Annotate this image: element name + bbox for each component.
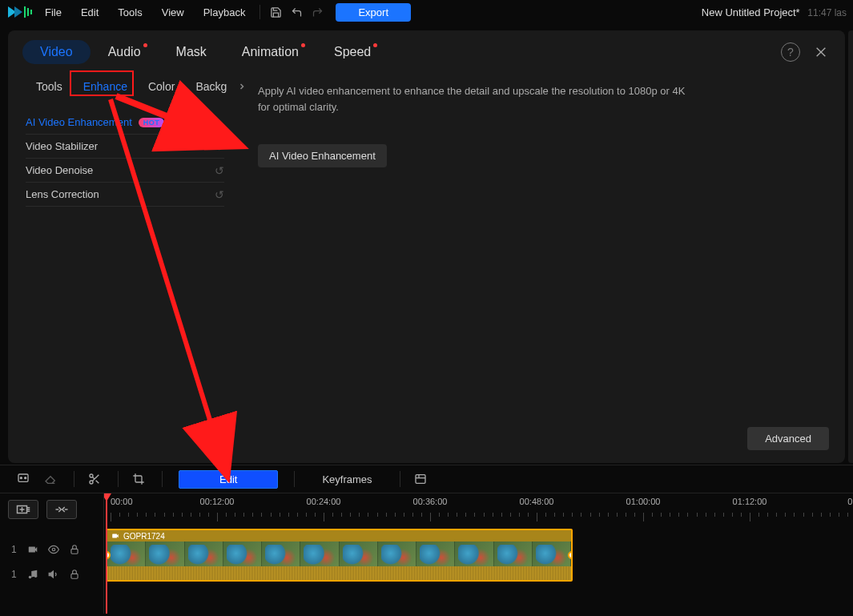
sub-tabs: Tools Enhance Color Backg [8,70,234,99]
camera-icon[interactable] [26,544,40,555]
enhance-stabilizer[interactable]: Video Stabilizer ↺ [26,135,224,159]
undo-icon[interactable] [286,2,307,22]
tab-video[interactable]: Video [22,40,91,64]
eye-icon[interactable] [46,544,61,555]
divider [162,471,163,487]
track-number: 1 [11,569,19,580]
menu-tools[interactable]: Tools [108,6,151,18]
camera-icon [111,532,120,540]
svg-point-31 [29,575,32,578]
video-clip[interactable]: GOPR1724 [106,529,573,582]
svg-rect-34 [71,574,78,578]
hot-badge: HOT [139,118,165,127]
menu-file[interactable]: File [35,6,71,18]
menu-edit[interactable]: Edit [71,6,108,18]
notification-dot [301,43,305,47]
project-time: 11:47 las [807,7,847,18]
svg-marker-33 [49,570,53,577]
timeline-tracks[interactable]: 00:0000:12:0000:24:0000:36:0000:48:0001:… [104,493,853,614]
timeline-ruler[interactable]: 00:0000:12:0000:24:0000:36:0000:48:0001:… [104,493,853,525]
close-icon[interactable] [811,42,831,62]
timeline-toolbar: Edit Keyframes [0,465,853,493]
reset-icon[interactable]: ↺ [215,188,224,201]
ruler-label: 01:12:00 [733,497,767,506]
svg-line-17 [92,477,95,479]
redo-icon[interactable] [307,2,328,22]
svg-rect-2 [24,6,26,18]
eraser-icon[interactable] [38,469,62,489]
subtab-color[interactable]: Color [138,74,185,99]
keyframes-button[interactable]: Keyframes [303,473,391,485]
speaker-icon[interactable] [46,569,61,580]
detail-panel: Apply AI video enhancement to enhance th… [234,70,845,463]
video-track-header: 1 [0,544,103,555]
clip-row: GOPR1724 [104,529,853,585]
svg-rect-3 [27,8,29,16]
svg-rect-18 [416,475,425,484]
divider [400,471,400,487]
tab-label: Audio [108,45,141,58]
magnet-icon[interactable] [46,500,77,519]
editor-panel: Video Audio Mask Animation Speed ? Tools… [8,30,845,463]
app-logo [6,4,32,20]
enhance-ai-video[interactable]: AI Video Enhancement HOT [26,111,224,135]
ruler-label: 00:24:00 [307,497,341,506]
clip-handle-right[interactable] [568,551,573,559]
export-button[interactable]: Export [336,3,411,22]
tab-animation[interactable]: Animation [224,40,316,64]
svg-point-12 [25,477,26,479]
tab-mask[interactable]: Mask [159,40,224,64]
divider [118,471,119,487]
edit-button[interactable]: Edit [179,470,278,489]
project-name: New Untitled Project* [702,6,800,18]
subtab-tools[interactable]: Tools [26,74,73,99]
reset-icon[interactable]: ↺ [215,164,224,177]
ruler-label: 00:36:00 [413,497,448,506]
menu-playback[interactable]: Playback [194,6,255,18]
playhead[interactable] [106,497,107,614]
divider [294,471,295,487]
scissors-icon[interactable] [82,469,107,489]
item-label: Video Stabilizer [26,140,98,152]
enhance-denoise[interactable]: Video Denoise ↺ [26,159,224,183]
svg-rect-4 [30,10,32,14]
primary-tabs: Video Audio Mask Animation Speed ? [8,30,845,70]
add-track-icon[interactable] [8,500,38,519]
enhance-lens-correction[interactable]: Lens Correction ↺ [26,183,224,207]
tab-label: Mask [176,45,207,58]
preview-panel-edge [848,30,853,463]
enhance-list: AI Video Enhancement HOT Video Stabilize… [8,99,234,207]
reset-icon[interactable]: ↺ [215,140,224,153]
item-label: AI Video Enhancement [26,116,132,128]
clip-thumbnails [107,542,571,570]
menu-bar: File Edit Tools View Playback Export New… [0,0,853,24]
crop-icon[interactable] [127,469,151,489]
panel-icon[interactable] [408,469,433,489]
notification-dot [143,43,147,47]
svg-point-32 [34,574,38,578]
divider [74,471,74,487]
ruler-label: 00:12:00 [200,497,235,506]
svg-line-16 [96,481,99,484]
tab-audio[interactable]: Audio [91,40,159,64]
subtab-background[interactable]: Backg [185,74,237,99]
marker-icon[interactable] [11,469,35,489]
item-label: Video Denoise [26,164,93,176]
svg-point-13 [90,474,93,477]
subtab-enhance[interactable]: Enhance [73,74,138,99]
music-icon[interactable] [26,569,40,580]
svg-point-14 [90,481,93,484]
menu-view[interactable]: View [152,6,194,18]
svg-point-29 [52,548,55,551]
ai-video-enhancement-button[interactable]: AI Video Enhancement [258,144,387,167]
ruler-label: 01:00:00 [626,497,661,506]
item-label: Lens Correction [26,188,99,200]
tab-speed[interactable]: Speed [316,40,388,64]
svg-marker-1 [14,6,22,18]
save-icon[interactable] [265,2,286,22]
lock-icon[interactable] [67,569,82,580]
lock-icon[interactable] [67,544,82,555]
help-icon[interactable]: ? [781,42,800,62]
track-number: 1 [11,544,19,555]
advanced-button[interactable]: Advanced [747,427,829,450]
